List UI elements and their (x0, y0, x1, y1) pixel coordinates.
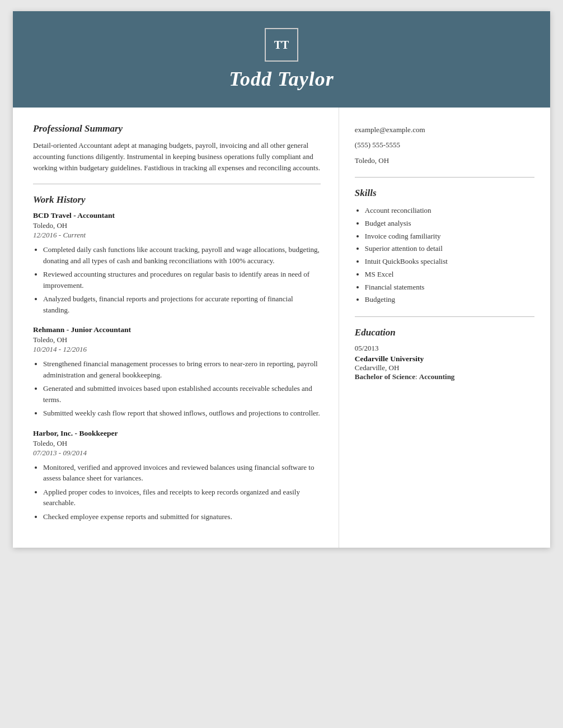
edu-degree: Bachelor of Science: Accounting (355, 372, 534, 381)
work-history-title: Work History (33, 194, 321, 206)
divider-1 (33, 184, 321, 184)
job-1-dates: 12/2016 - Current (33, 231, 321, 240)
contact-email: example@example.com (355, 123, 534, 136)
divider-2 (355, 177, 534, 178)
job-block-2: Rehmann - Junior Accountant Toledo, OH 1… (33, 325, 321, 419)
skills-list: Account reconciliation Budget analysis I… (355, 204, 534, 306)
list-item: Monitored, verified and approved invoice… (43, 462, 321, 484)
list-item: Budget analysis (365, 217, 534, 230)
list-item: Intuit QuickBooks specialist (365, 255, 534, 268)
list-item: Superior attention to detail (365, 242, 534, 255)
job-2-dates: 10/2014 - 12/2016 (33, 345, 321, 354)
edu-school: Cedarville University (355, 354, 534, 363)
list-item: Account reconciliation (365, 204, 534, 217)
education-title: Education (355, 327, 534, 338)
list-item: Budgeting (365, 293, 534, 306)
summary-section: Professional Summary Detail-oriented Acc… (33, 123, 321, 174)
job-3-title: Harbor, Inc. - Bookkeeper (33, 429, 321, 438)
list-item: Financial statements (365, 281, 534, 294)
job-block-1: BCD Travel - Accountant Toledo, OH 12/20… (33, 211, 321, 315)
job-3-bullets: Monitored, verified and approved invoice… (33, 462, 321, 522)
contact-location: Toledo, OH (355, 154, 534, 167)
resume-body: Professional Summary Detail-oriented Acc… (13, 108, 550, 548)
job-1-title: BCD Travel - Accountant (33, 211, 321, 220)
job-1-bullets: Completed daily cash functions like acco… (33, 244, 321, 315)
list-item: Submitted weekly cash flow report that s… (43, 408, 321, 419)
job-3-location: Toledo, OH (33, 439, 321, 448)
job-2-bullets: Strengthened financial management proces… (33, 358, 321, 419)
job-block-3: Harbor, Inc. - Bookkeeper Toledo, OH 07/… (33, 429, 321, 522)
list-item: Applied proper codes to invoices, files … (43, 487, 321, 508)
left-column: Professional Summary Detail-oriented Acc… (13, 108, 339, 548)
job-3-dates: 07/2013 - 09/2014 (33, 449, 321, 458)
divider-3 (355, 316, 534, 317)
edu-degree-label: Bachelor of Science (355, 372, 415, 381)
list-item: Checked employee expense reports and sub… (43, 511, 321, 522)
resume-header: TT Todd Taylor (13, 11, 550, 108)
skills-title: Skills (355, 188, 534, 199)
job-2-location: Toledo, OH (33, 335, 321, 344)
edu-date: 05/2013 (355, 344, 534, 353)
list-item: Invoice coding familiarity (365, 230, 534, 243)
edu-degree-field: Accounting (419, 372, 455, 381)
work-history-section: Work History BCD Travel - Accountant Tol… (33, 194, 321, 522)
contact-phone: (555) 555-5555 (355, 138, 534, 151)
list-item: Reviewed accounting structures and proce… (43, 269, 321, 291)
edu-location: Cedarville, OH (355, 363, 534, 372)
summary-title: Professional Summary (33, 123, 321, 134)
list-item: Completed daily cash functions like acco… (43, 244, 321, 266)
education-section: Education 05/2013 Cedarville University … (355, 327, 534, 381)
summary-text: Detail-oriented Accountant adept at mana… (33, 140, 321, 174)
list-item: MS Excel (365, 268, 534, 281)
list-item: Strengthened financial management proces… (43, 358, 321, 380)
avatar: TT (265, 28, 298, 62)
list-item: Generated and submitted invoices based u… (43, 383, 321, 405)
job-2-title: Rehmann - Junior Accountant (33, 325, 321, 334)
skills-section: Skills Account reconciliation Budget ana… (355, 188, 534, 306)
contact-section: example@example.com (555) 555-5555 Toled… (355, 123, 534, 167)
resume-document: TT Todd Taylor Professional Summary Deta… (13, 11, 550, 548)
list-item: Analyzed budgets, financial reports and … (43, 293, 321, 315)
right-column: example@example.com (555) 555-5555 Toled… (339, 108, 550, 548)
job-1-location: Toledo, OH (33, 221, 321, 230)
resume-name: Todd Taylor (24, 67, 539, 91)
